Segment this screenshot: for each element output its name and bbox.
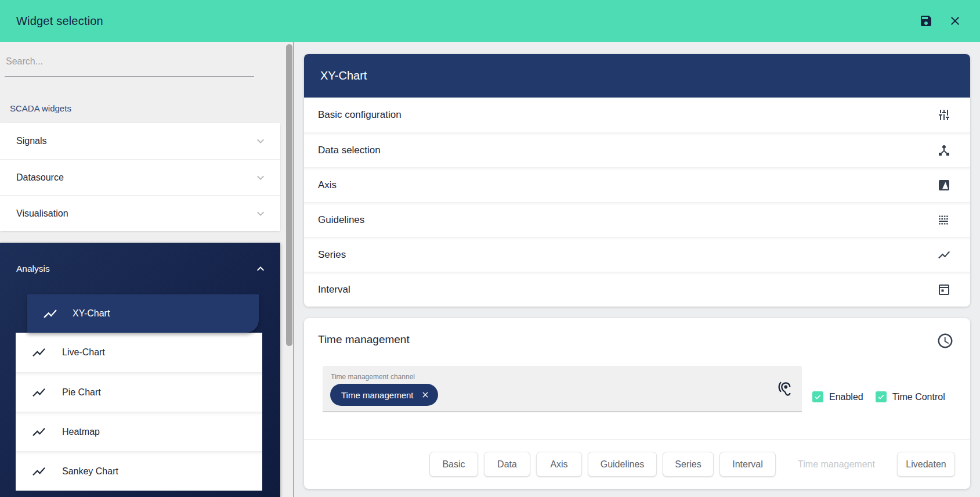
axis-button[interactable]: Axis [536,452,582,477]
line-chart-icon [42,306,58,322]
analysis-panel: Analysis XY-Chart Live-Chart Pie Chart [0,243,280,497]
footer-button-row: Basic Data Axis Guidelines Series Interv… [429,452,955,477]
time-control-checkbox[interactable] [876,391,887,402]
field-label: Time management channel [331,373,415,381]
interval-button[interactable]: Interval [719,452,776,477]
enabled-checkbox[interactable] [812,391,823,402]
save-icon[interactable] [919,14,933,28]
widget-sidebar: SCADA widgets Signals Datasource Visuali… [0,42,294,497]
hearing-icon [776,381,793,397]
sidebar-item-live-chart[interactable]: Live-Chart [16,333,262,372]
search-input[interactable] [5,46,254,77]
line-chart-icon [31,424,46,440]
titlebar: Widget selection [0,0,980,42]
sidebar-item-sankey-chart[interactable]: Sankey Chart [16,451,262,491]
line-chart-icon [937,248,951,262]
series-button[interactable]: Series [663,452,714,477]
line-chart-icon [31,385,46,400]
section-axis[interactable]: Axis [304,167,970,202]
guidelines-icon [937,213,951,227]
chevron-down-icon [254,134,267,148]
accordion-item-datasource[interactable]: Datasource [0,159,280,195]
sidebar-item-heatmap[interactable]: Heatmap [16,412,262,451]
accordion-item-signals[interactable]: Signals [0,123,280,159]
time-management-card: Time management Time management channel … [304,318,970,489]
time-management-button-disabled: Time management [782,452,891,477]
xy-chart-config-card: XY-Chart Basic configuration Data select… [304,54,970,307]
chevron-up-icon [254,262,267,276]
search-field [5,46,254,77]
main-panel: XY-Chart Basic configuration Data select… [294,42,980,497]
line-chart-icon [31,464,46,479]
check-icon [814,393,822,401]
section-basic-configuration[interactable]: Basic configuration [304,98,970,132]
analysis-sublist: Live-Chart Pie Chart Heatmap Sankey Char… [16,333,262,491]
sidebar-caption: SCADA widgets [10,103,71,113]
time-management-channel-field[interactable]: Time management channel Time management [323,366,802,412]
time-management-checkboxes: Enabled Time Control [812,391,957,402]
footer-divider [304,439,970,440]
accordion-item-visualisation[interactable]: Visualisation [0,195,280,231]
chip-remove-icon[interactable] [421,390,430,399]
hub-icon [937,143,951,157]
close-icon[interactable] [948,14,962,28]
sidebar-scrollbar[interactable] [286,44,292,346]
sidebar-item-pie-chart[interactable]: Pie Chart [16,372,262,412]
time-management-chip[interactable]: Time management [330,384,438,406]
chevron-down-icon [254,207,267,221]
config-card-header: XY-Chart [304,54,970,98]
section-guidelines[interactable]: Guidelines [304,202,970,237]
data-button[interactable]: Data [484,452,530,477]
section-data-selection[interactable]: Data selection [304,132,970,167]
livedaten-button[interactable]: Livedaten [897,452,955,477]
time-management-title: Time management [318,333,410,346]
widget-accordion: Signals Datasource Visualisation [0,123,280,231]
section-series[interactable]: Series [304,237,970,272]
tune-icon [937,108,951,122]
sidebar-item-xy-chart-selected[interactable]: XY-Chart [27,294,259,333]
widget-selection-dialog: Widget selection SCADA widgets Signals D… [0,0,980,497]
accordion-item-analysis[interactable]: Analysis [0,243,280,294]
section-interval[interactable]: Interval [304,272,970,307]
check-icon [877,393,885,401]
config-card-title: XY-Chart [320,69,367,82]
calendar-icon [937,283,951,297]
axis-icon [937,178,951,192]
clock-icon [936,332,954,350]
chevron-down-icon [254,171,267,185]
guidelines-button[interactable]: Guidelines [588,452,657,477]
dialog-title: Widget selection [16,15,103,28]
line-chart-icon [31,345,46,360]
basic-button[interactable]: Basic [429,452,478,477]
